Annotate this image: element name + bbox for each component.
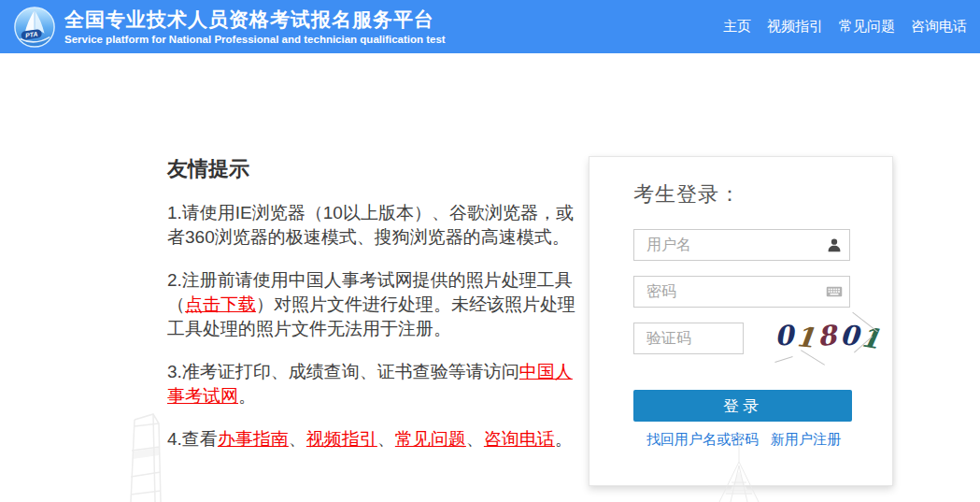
captcha-input[interactable] bbox=[633, 323, 744, 354]
password-field bbox=[633, 276, 850, 308]
tip-cpta-suffix: 。 bbox=[238, 386, 256, 406]
download-link[interactable]: 点击下载 bbox=[185, 294, 256, 314]
brand: PTA 全国专业技术人员资格考试报名服务平台 Service platform … bbox=[13, 6, 446, 49]
tip-cpta: 3.准考证打印、成绩查询、证书查验等请访问中国人事考试网。 bbox=[167, 360, 584, 409]
keyboard-icon[interactable] bbox=[826, 283, 843, 300]
tips-section: 友情提示 1.请使用IE浏览器（10以上版本）、谷歌浏览器，或者360浏览器的极… bbox=[167, 155, 584, 470]
tips-heading: 友情提示 bbox=[167, 155, 584, 183]
username-field bbox=[633, 229, 850, 261]
title-block: 全国专业技术人员资格考试报名服务平台 Service platform for … bbox=[64, 8, 446, 46]
captcha-field bbox=[633, 323, 744, 354]
separator: 、 bbox=[289, 429, 306, 449]
hotline-link[interactable]: 咨询电话 bbox=[484, 429, 555, 449]
user-icon bbox=[826, 237, 843, 253]
register-link[interactable]: 新用户注册 bbox=[771, 431, 841, 449]
username-input[interactable] bbox=[633, 229, 850, 261]
login-button[interactable]: 登录 bbox=[633, 390, 852, 422]
nav-faq[interactable]: 常见问题 bbox=[839, 18, 895, 36]
captcha-image[interactable]: 01801 bbox=[773, 316, 877, 361]
site-subtitle: Service platform for National Profession… bbox=[64, 33, 446, 46]
nav-home[interactable]: 主页 bbox=[723, 18, 751, 36]
separator: 、 bbox=[377, 429, 395, 449]
building-watermark bbox=[120, 412, 164, 502]
separator: 、 bbox=[466, 429, 484, 449]
tip-cpta-prefix: 3.准考证打印、成绩查询、证书查验等请访问 bbox=[167, 362, 519, 381]
header: PTA 全国专业技术人员资格考试报名服务平台 Service platform … bbox=[0, 0, 980, 53]
login-panel: 考生登录： 01801 bbox=[589, 156, 893, 486]
login-links: 找回用户名或密码 新用户注册 bbox=[633, 431, 852, 449]
video-guide-link[interactable]: 视频指引 bbox=[306, 429, 377, 449]
captcha-noise bbox=[774, 356, 792, 363]
pta-logo-icon: PTA bbox=[13, 6, 56, 49]
nav-hotline[interactable]: 咨询电话 bbox=[911, 18, 967, 36]
tip-resources-prefix: 4.查看 bbox=[167, 429, 218, 449]
guide-link[interactable]: 办事指南 bbox=[218, 429, 289, 449]
tip-photo-tool: 2.注册前请使用中国人事考试网提供的照片处理工具（点击下载）对照片文件进行处理。… bbox=[167, 268, 584, 341]
top-nav: 主页 视频指引 常见问题 咨询电话 bbox=[723, 18, 967, 36]
tip-resources-suffix: 。 bbox=[555, 429, 573, 449]
nav-video-guide[interactable]: 视频指引 bbox=[767, 18, 823, 36]
tip-resources: 4.查看办事指南、视频指引、常见问题、咨询电话。 bbox=[167, 427, 584, 452]
tip-browser: 1.请使用IE浏览器（10以上版本）、谷歌浏览器，或者360浏览器的极速模式、搜… bbox=[167, 201, 584, 250]
login-heading: 考生登录： bbox=[633, 180, 741, 208]
site-title: 全国专业技术人员资格考试报名服务平台 bbox=[64, 8, 446, 31]
faq-link[interactable]: 常见问题 bbox=[395, 429, 466, 449]
tip-browser-text: 1.请使用IE浏览器（10以上版本）、谷歌浏览器，或者360浏览器的极速模式、搜… bbox=[167, 203, 574, 247]
forgot-credentials-link[interactable]: 找回用户名或密码 bbox=[646, 431, 759, 449]
password-input[interactable] bbox=[633, 276, 850, 308]
